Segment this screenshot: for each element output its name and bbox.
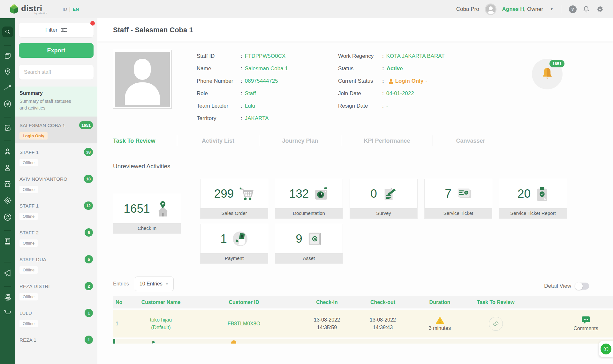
camera-icon — [314, 187, 329, 201]
detail-label: Phone Number — [197, 75, 241, 87]
staff-list-item[interactable]: SALESMAN COBA 11651 Login Only — [15, 117, 97, 143]
staff-list-item[interactable]: STAFF 112 Offline — [15, 197, 97, 224]
notification-bell-button[interactable]: 1651 — [532, 59, 563, 89]
detail-value: Salesman Coba 1 — [245, 65, 288, 72]
chevron-down-icon[interactable]: ▼ — [550, 7, 553, 11]
person-silhouette-icon — [115, 52, 170, 107]
staff-count-badge: 6 — [85, 228, 93, 237]
staff-list-item[interactable]: STAFF DUA5 Offline — [15, 251, 97, 277]
col-customer-name: Customer Name — [132, 300, 190, 305]
activity-card-documentation[interactable]: 132 Documentation — [275, 179, 343, 219]
activity-card-sales-order[interactable]: 299 Sales Order — [200, 179, 268, 219]
card-label: Service Ticket — [425, 208, 492, 218]
book-icon[interactable] — [4, 237, 11, 245]
staff-name: LULU — [19, 310, 32, 316]
search-staff-input[interactable] — [19, 65, 94, 80]
survey-icon — [382, 186, 397, 201]
cell-customer-id[interactable]: FB8TLM0X8O — [190, 321, 298, 327]
activity-card-service-ticket[interactable]: 7 Service Ticket — [424, 179, 492, 219]
rail-search-button[interactable] — [2, 27, 13, 37]
filter-button[interactable]: Filter — [19, 23, 94, 37]
activity-card-asset[interactable]: 9 Asset — [275, 224, 343, 264]
gear-icon[interactable] — [596, 5, 604, 13]
sidebar-item-summary[interactable]: Summary Summary of staff statuses and ac… — [15, 87, 97, 117]
row-indicator-bar — [113, 339, 115, 344]
table-row-partial[interactable]: ⚑ — [113, 339, 613, 344]
store-icon: ⚑ — [151, 340, 155, 344]
staff-name: STAFF 1 — [19, 149, 39, 155]
card-label: Check In — [113, 223, 181, 233]
detail-view-toggle[interactable] — [575, 283, 589, 290]
ticket-button[interactable] — [489, 317, 503, 331]
help-icon[interactable]: ? — [569, 5, 577, 13]
tab-canvasser[interactable]: Canvasser — [448, 138, 493, 144]
customer-name: toko hijau — [150, 317, 172, 322]
send-icon[interactable] — [4, 100, 11, 108]
company-name: Coba Pro — [456, 6, 479, 12]
lang-id[interactable]: ID — [63, 7, 67, 12]
language-switcher: ID | EN — [63, 7, 79, 12]
staff-list-item[interactable]: STAFF 138 Offline — [15, 143, 97, 170]
staff-list-item[interactable]: AVIV NOVIYANTORO18 Offline — [15, 170, 97, 197]
status-badge: Active — [387, 65, 403, 72]
clipboard-check-icon[interactable] — [4, 124, 11, 132]
tab-task-to-review[interactable]: Task To Review — [113, 138, 162, 144]
staff-sidebar: Filter Export Summary Summary of staff s… — [15, 18, 97, 364]
hand-box-icon[interactable] — [4, 293, 12, 301]
bell-icon[interactable] — [582, 5, 590, 13]
cell-customer-name[interactable]: toko hijau(Default) — [132, 316, 190, 331]
asset-safe-icon — [307, 231, 322, 246]
staff-count-badge: 1 — [85, 336, 93, 344]
activity-card-check-in[interactable]: 1651 Check In — [113, 194, 181, 234]
detail-label: Territory — [197, 112, 241, 125]
staff-list-item[interactable]: STAFF 26 Offline — [15, 224, 97, 251]
target-star-icon[interactable] — [4, 196, 12, 205]
layers-icon[interactable] — [4, 52, 11, 60]
tab-activity-list[interactable]: Activity List — [193, 138, 244, 144]
user-badge-icon[interactable] — [4, 148, 11, 155]
cell-check-out: 13-08-202214:39:43 — [356, 316, 410, 331]
megaphone-icon[interactable] — [4, 269, 12, 277]
staff-list-item[interactable]: REZA DISTRI2 Offline — [15, 277, 97, 304]
map-pin-icon[interactable] — [4, 68, 11, 76]
user-circle-icon[interactable] — [4, 213, 12, 221]
staff-photo — [113, 50, 172, 109]
tab-kpi-performance[interactable]: KPI Performance — [357, 138, 417, 144]
lang-en[interactable]: EN — [73, 7, 79, 12]
user-avatar[interactable] — [485, 4, 496, 15]
staff-name: STAFF 2 — [19, 230, 39, 235]
detail-value: KOTA JAKARTA BARAT — [386, 53, 445, 59]
detail-label: Join Date — [338, 87, 382, 100]
col-task-to-review: Task To Review — [470, 300, 522, 305]
staff-list-item[interactable]: LULU1 Offline — [15, 304, 97, 331]
store-icon[interactable] — [4, 180, 11, 188]
whatsapp-button[interactable]: ✆ — [599, 341, 613, 357]
activity-card-payment[interactable]: 1 Payment — [200, 224, 268, 264]
staff-name: SALESMAN COBA 1 — [19, 123, 65, 128]
line-chart-icon[interactable] — [4, 84, 11, 92]
cell-check-in: 13-08-202214:35:59 — [298, 316, 356, 331]
customer-suffix: (Default) — [151, 325, 170, 330]
staff-list-item[interactable]: REZA 11 — [15, 331, 97, 348]
user-icon[interactable] — [4, 164, 11, 172]
user-menu[interactable]: Agnes H, Owner — [502, 6, 543, 12]
clock-icon — [231, 340, 236, 344]
tab-journey-plan[interactable]: Journey Plan — [275, 138, 326, 144]
activity-card-service-ticket-report[interactable]: 20 Service Ticket Report — [499, 179, 567, 219]
topbar-divider — [561, 5, 561, 13]
table-row[interactable]: 1 toko hijau(Default) FB8TLM0X8O 13-08-2… — [113, 310, 613, 337]
col-check-in: Check-in — [298, 300, 356, 305]
staff-name: AVIV NOVIYANTORO — [19, 176, 67, 182]
brand-logo[interactable]: distri by advotics — [9, 4, 47, 15]
export-button[interactable]: Export — [19, 43, 94, 58]
brand-name: distri — [21, 4, 47, 12]
cell-comments[interactable]: Comments — [559, 316, 613, 331]
entries-label: Entries — [113, 281, 129, 287]
activity-card-survey[interactable]: 0 Survey — [350, 179, 418, 219]
cart-icon[interactable] — [4, 310, 12, 315]
rail-divider — [4, 45, 11, 46]
ticket-icon — [492, 320, 499, 327]
cell-task-to-review[interactable] — [470, 317, 522, 331]
entries-select[interactable]: 10 Entries ▼ — [135, 277, 174, 291]
staff-status-chip: Login Only — [19, 132, 48, 140]
